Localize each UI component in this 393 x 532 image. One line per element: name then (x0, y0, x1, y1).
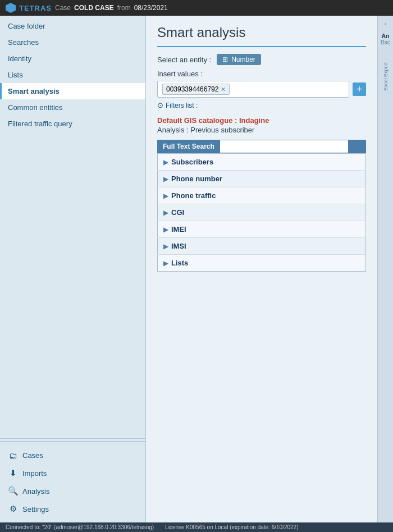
sidebar-nav: Case folderSearchesIdentityListsSmart an… (0, 16, 145, 436)
title-underline (157, 46, 366, 47)
case-date: 08/23/2021 (134, 4, 168, 12)
sidebar-bottom: 🗂Cases⬇Imports🔍Analysis⚙Settings (0, 441, 145, 522)
settings-icon: ⚙ (8, 504, 18, 514)
connection-status: Connected to: "20" (admuser@192.168.0.20… (6, 524, 154, 530)
entity-row: Select an entity : ⊞ Number (157, 54, 366, 65)
value-tag: 00393394466792 ✕ (162, 84, 230, 95)
sidebar-item-smart-analysis[interactable]: Smart analysis (0, 83, 145, 99)
gis-catalogue: Default GIS catalogue : Indagine (157, 116, 366, 125)
row-label: Lists (171, 259, 188, 267)
fts-bar: Full Text Search (157, 140, 366, 153)
table-row[interactable]: ▶Phone number (158, 171, 366, 187)
fts-search-button[interactable] (348, 144, 366, 149)
fts-label: Full Text Search (157, 140, 220, 153)
entity-selector[interactable]: ⊞ Number (217, 54, 261, 65)
imports-icon: ⬇ (8, 468, 18, 478)
sidebar-item-filtered-traffic-query[interactable]: Filtered traffic query (0, 116, 145, 132)
sidebar-bottom-item-analysis[interactable]: 🔍Analysis (0, 482, 145, 500)
excel-export-button[interactable]: Excel Export (383, 62, 389, 91)
expand-arrow: ▶ (163, 192, 168, 199)
an-label: An (381, 33, 390, 39)
license-status: License K00565 on Local (expiration date… (165, 524, 298, 530)
sidebar: Case folderSearchesIdentityListsSmart an… (0, 16, 146, 522)
cases-icon: 🗂 (8, 450, 18, 460)
sidebar-item-searches[interactable]: Searches (0, 34, 145, 51)
right-strip: ‹ An Bac Excel Export (377, 16, 393, 522)
row-label: Subscribers (171, 158, 213, 166)
case-label: Case (55, 4, 71, 12)
table-row[interactable]: ▶Subscribers (158, 154, 366, 171)
table-row[interactable]: ▶IMEI (158, 221, 366, 238)
sidebar-item-identity[interactable]: Identity (0, 51, 145, 67)
sidebar-bottom-item-imports[interactable]: ⬇Imports (0, 464, 145, 482)
analysis-line: Analysis : Previous subscriber (157, 126, 366, 134)
right-collapse-button[interactable]: ‹ (382, 18, 389, 29)
row-label: IMSI (171, 242, 186, 250)
sidebar-item-lists[interactable]: Lists (0, 67, 145, 83)
cases-label: Cases (22, 451, 43, 460)
logo-hex (6, 3, 16, 13)
brand-name: TETRAS (19, 4, 52, 12)
expand-arrow: ▶ (163, 159, 168, 166)
content-wrapper: Smart analysis Select an entity : ⊞ Numb… (146, 16, 393, 522)
case-name: COLD CASE (74, 4, 114, 12)
value-input-row: 00393394466792 ✕ + (157, 81, 366, 98)
fts-input[interactable] (220, 140, 348, 153)
status-bar: Connected to: "20" (admuser@192.168.0.20… (0, 522, 393, 532)
main-layout: Case folderSearchesIdentityListsSmart an… (0, 16, 393, 522)
row-label: CGI (171, 208, 184, 217)
row-label: IMEI (171, 225, 186, 233)
row-label: Phone number (171, 175, 222, 183)
sidebar-item-common-entities[interactable]: Common entities (0, 99, 145, 116)
content-area: Smart analysis Select an entity : ⊞ Numb… (146, 16, 377, 522)
sidebar-divider (0, 438, 145, 439)
filters-label: Filters list : (166, 102, 198, 109)
filter-icon: ⊙ (157, 101, 163, 109)
remove-value-button[interactable]: ✕ (221, 86, 226, 93)
entity-label: Select an entity : (157, 56, 211, 64)
filters-row[interactable]: ⊙ Filters list : (157, 101, 366, 109)
table-row[interactable]: ▶CGI (158, 204, 366, 221)
back-label: Bac (381, 39, 390, 45)
analysis-label: Analysis (22, 487, 49, 496)
insert-values-label: Insert values : (157, 70, 366, 78)
entity-value: Number (231, 56, 255, 63)
page-title: Smart analysis (157, 25, 366, 40)
table-row[interactable]: ▶Lists (158, 255, 366, 272)
add-value-button[interactable]: + (353, 82, 366, 96)
row-label: Phone traffic (171, 191, 216, 200)
expand-arrow: ▶ (163, 243, 168, 250)
settings-label: Settings (22, 505, 49, 513)
value-tag-text: 00393394466792 (166, 85, 218, 93)
analysis-icon: 🔍 (8, 486, 18, 496)
sidebar-item-case-folder[interactable]: Case folder (0, 18, 145, 34)
imports-label: Imports (22, 469, 47, 478)
expand-arrow: ▶ (163, 176, 168, 182)
sidebar-bottom-item-cases[interactable]: 🗂Cases (0, 446, 145, 464)
expand-arrow: ▶ (163, 226, 168, 233)
value-input-box: 00393394466792 ✕ (157, 81, 349, 98)
from-label: from (117, 4, 131, 12)
expand-arrow: ▶ (163, 209, 168, 216)
results-table: ▶Subscribers▶Phone number▶Phone traffic▶… (157, 153, 366, 272)
sidebar-bottom-item-settings[interactable]: ⚙Settings (0, 500, 145, 518)
top-bar: TETRAS Case COLD CASE from 08/23/2021 (0, 0, 393, 16)
table-row[interactable]: ▶Phone traffic (158, 187, 366, 204)
expand-arrow: ▶ (163, 260, 168, 267)
content-inner: Smart analysis Select an entity : ⊞ Numb… (146, 16, 377, 522)
table-row[interactable]: ▶IMSI (158, 238, 366, 255)
grid-icon: ⊞ (222, 56, 228, 63)
